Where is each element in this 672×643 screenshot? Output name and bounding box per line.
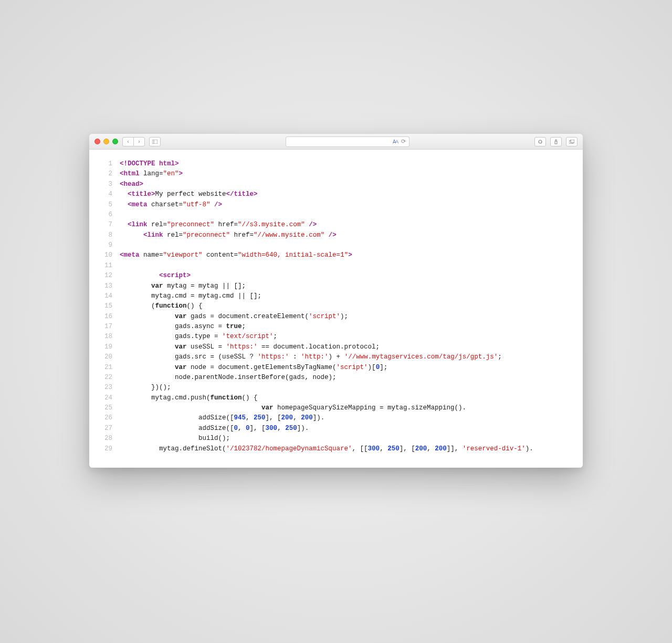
code-line: 9	[102, 240, 570, 250]
code-line: 5 <meta charset="utf-8" />	[102, 200, 570, 210]
code-line: 6	[102, 210, 570, 220]
line-number: 4	[102, 189, 120, 199]
share-button[interactable]	[534, 137, 546, 146]
code-line: 26 addSize([945, 250], [200, 200]).	[102, 413, 570, 423]
code-line: 10<meta name="viewport" content="width=6…	[102, 250, 570, 260]
line-number: 6	[102, 210, 120, 220]
line-number: 8	[102, 230, 120, 240]
close-icon[interactable]	[94, 139, 100, 144]
forward-button[interactable]: ›	[133, 137, 145, 146]
code-line: 16 var gads = document.createElement('sc…	[102, 312, 570, 322]
code-line: 12 <script>	[102, 271, 570, 281]
code-text: <title>My perfect website</title>	[120, 189, 570, 199]
code-text: (function() {	[120, 301, 570, 311]
code-editor: 1<!DOCTYPE html>2<html lang="en">3<head>…	[89, 150, 583, 468]
code-text: mytag.defineSlot('/1023782/homepageDynam…	[120, 444, 570, 454]
title-bar: ‹ › 𝖠A ⟳	[89, 134, 583, 150]
reload-icon[interactable]: ⟳	[401, 138, 406, 145]
svg-point-2	[539, 140, 542, 143]
line-number: 17	[102, 322, 120, 332]
code-text: var homepageSquarySizeMapping = mytag.si…	[120, 403, 570, 413]
line-number: 5	[102, 200, 120, 210]
code-line: 11	[102, 261, 570, 271]
svg-rect-0	[152, 140, 158, 144]
code-text: addSize([0, 0], [300, 250]).	[120, 424, 570, 434]
sidebar-button[interactable]	[149, 137, 161, 146]
line-number: 26	[102, 413, 120, 423]
code-text: })();	[120, 383, 570, 393]
code-text: var node = document.getElementsByTagName…	[120, 363, 570, 373]
code-text: mytag.cmd.push(function() {	[120, 393, 570, 403]
code-line: 21 var node = document.getElementsByTagN…	[102, 363, 570, 373]
line-number: 11	[102, 261, 120, 271]
line-number: 21	[102, 363, 120, 373]
line-number: 29	[102, 444, 120, 454]
address-bar[interactable]: 𝖠A ⟳	[286, 136, 410, 147]
line-number: 9	[102, 240, 120, 250]
line-number: 23	[102, 383, 120, 393]
code-text: <!DOCTYPE html>	[120, 159, 570, 169]
code-line: 2<html lang="en">	[102, 169, 570, 179]
code-line: 14 mytag.cmd = mytag.cmd || [];	[102, 291, 570, 301]
nav-arrows: ‹ ›	[122, 137, 145, 146]
code-text: addSize([945, 250], [200, 200]).	[120, 413, 570, 423]
line-number: 12	[102, 271, 120, 281]
code-text	[120, 210, 570, 220]
code-line: 17 gads.async = true;	[102, 322, 570, 332]
code-line: 18 gads.type = 'text/script';	[102, 332, 570, 342]
code-line: 25 var homepageSquarySizeMapping = mytag…	[102, 403, 570, 413]
code-line: 22 node.parentNode.insertBefore(gads, no…	[102, 373, 570, 383]
code-line: 29 mytag.defineSlot('/1023782/homepageDy…	[102, 444, 570, 454]
line-number: 10	[102, 250, 120, 260]
zoom-icon[interactable]	[112, 139, 118, 144]
code-text: gads.type = 'text/script';	[120, 332, 570, 342]
svg-rect-3	[555, 141, 557, 144]
code-line: 4 <title>My perfect website</title>	[102, 189, 570, 199]
back-button[interactable]: ‹	[122, 137, 134, 146]
code-line: 23 })();	[102, 383, 570, 393]
tabs-button[interactable]	[566, 137, 578, 146]
code-line: 1<!DOCTYPE html>	[102, 159, 570, 169]
svg-rect-5	[571, 140, 574, 143]
line-number: 14	[102, 291, 120, 301]
code-text: <head>	[120, 180, 570, 189]
code-text: build();	[120, 434, 570, 444]
line-number: 15	[102, 301, 120, 311]
minimize-icon[interactable]	[103, 139, 109, 144]
code-text: gads.src = (useSSL ? 'https:' : 'http:')…	[120, 352, 570, 362]
line-number: 1	[102, 159, 120, 169]
line-number: 24	[102, 393, 120, 403]
line-number: 2	[102, 169, 120, 179]
traffic-lights	[94, 139, 118, 144]
downloads-button[interactable]	[550, 137, 562, 146]
code-line: 13 var mytag = mytag || [];	[102, 281, 570, 291]
code-line: 19 var useSSL = 'https:' == document.loc…	[102, 342, 570, 352]
reader-icon: 𝖠A	[393, 139, 398, 144]
line-number: 18	[102, 332, 120, 342]
code-text: gads.async = true;	[120, 322, 570, 332]
code-line: 28 build();	[102, 434, 570, 444]
code-text	[120, 261, 570, 271]
code-text: var gads = document.createElement('scrip…	[120, 312, 570, 322]
code-text: mytag.cmd = mytag.cmd || [];	[120, 291, 570, 301]
code-line: 20 gads.src = (useSSL ? 'https:' : 'http…	[102, 352, 570, 362]
line-number: 16	[102, 312, 120, 322]
code-text: <script>	[120, 271, 570, 281]
code-text: <meta charset="utf-8" />	[120, 200, 570, 210]
line-number: 7	[102, 220, 120, 230]
line-number: 28	[102, 434, 120, 444]
line-number: 13	[102, 281, 120, 291]
code-line: 3<head>	[102, 180, 570, 189]
code-text: var mytag = mytag || [];	[120, 281, 570, 291]
line-number: 25	[102, 403, 120, 413]
line-number: 20	[102, 352, 120, 362]
code-line: 8 <link rel="preconnect" href="//www.mys…	[102, 230, 570, 240]
line-number: 27	[102, 424, 120, 434]
code-text	[120, 240, 570, 250]
code-line: 24 mytag.cmd.push(function() {	[102, 393, 570, 403]
line-number: 3	[102, 180, 120, 189]
code-text: <meta name="viewport" content="width=640…	[120, 250, 570, 260]
line-number: 19	[102, 342, 120, 352]
code-line: 15 (function() {	[102, 301, 570, 311]
code-text: node.parentNode.insertBefore(gads, node)…	[120, 373, 570, 383]
